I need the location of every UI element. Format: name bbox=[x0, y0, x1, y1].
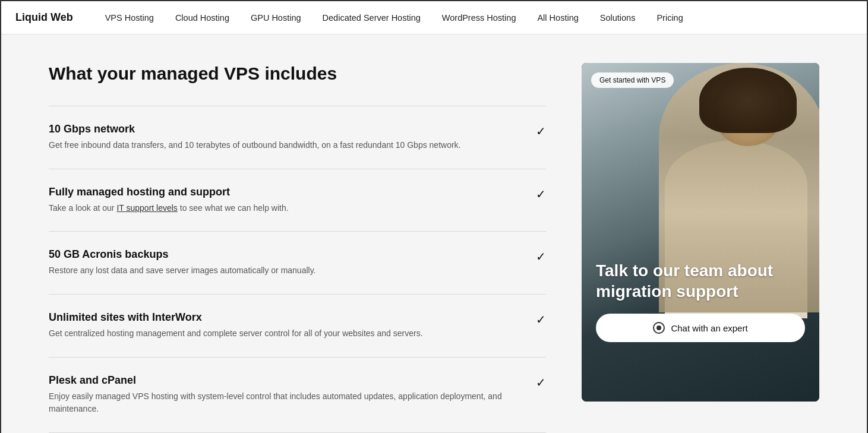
nav-link-gpu-hosting[interactable]: GPU Hosting bbox=[240, 1, 312, 34]
check-icon-backups: ✓ bbox=[536, 249, 546, 264]
feature-title-network: 10 Gbps network bbox=[49, 123, 512, 135]
nav-link-solutions[interactable]: Solutions bbox=[589, 1, 646, 34]
feature-title-plesk: Plesk and cPanel bbox=[49, 374, 512, 387]
feature-item-interworx: Unlimited sites with InterWorx Get centr… bbox=[49, 294, 546, 357]
feature-item-plesk: Plesk and cPanel Enjoy easily managed VP… bbox=[49, 357, 546, 433]
feature-text-interworx: Unlimited sites with InterWorx Get centr… bbox=[49, 311, 536, 340]
promo-headline: Talk to our team about migration support bbox=[596, 260, 805, 302]
nav-link-cloud-hosting[interactable]: Cloud Hosting bbox=[165, 1, 240, 34]
feature-title-backups: 50 GB Acronis backups bbox=[49, 248, 512, 261]
check-icon-network: ✓ bbox=[536, 124, 546, 138]
feature-desc-backups: Restore any lost data and save server im… bbox=[49, 264, 512, 277]
get-started-badge: Get started with VPS bbox=[591, 72, 674, 88]
feature-text-backups: 50 GB Acronis backups Restore any lost d… bbox=[49, 248, 536, 277]
promo-text-block: Talk to our team about migration support… bbox=[596, 260, 805, 342]
it-support-levels-link[interactable]: IT support levels bbox=[116, 203, 177, 213]
feature-title-interworx: Unlimited sites with InterWorx bbox=[49, 311, 512, 324]
site-logo[interactable]: Liquid Web bbox=[15, 11, 73, 24]
feature-item-network: 10 Gbps network Get free inbound data tr… bbox=[49, 106, 546, 169]
feature-text-network: 10 Gbps network Get free inbound data tr… bbox=[49, 123, 536, 152]
check-icon-plesk: ✓ bbox=[536, 375, 546, 390]
left-panel: What your managed VPS includes 10 Gbps n… bbox=[49, 63, 582, 433]
right-panel: Get started with VPS Talk to our team ab… bbox=[582, 63, 819, 433]
navigation: Liquid Web VPS Hosting Cloud Hosting GPU… bbox=[1, 1, 867, 34]
nav-link-dedicated-server-hosting[interactable]: Dedicated Server Hosting bbox=[312, 1, 431, 34]
feature-text-plesk: Plesk and cPanel Enjoy easily managed VP… bbox=[49, 374, 536, 416]
feature-title-managed: Fully managed hosting and support bbox=[49, 186, 512, 198]
chat-with-expert-button[interactable]: Chat with an expert bbox=[596, 314, 805, 342]
check-icon-interworx: ✓ bbox=[536, 312, 546, 327]
feature-item-managed: Fully managed hosting and support Take a… bbox=[49, 169, 546, 232]
chat-icon bbox=[653, 322, 665, 334]
nav-links: VPS Hosting Cloud Hosting GPU Hosting De… bbox=[94, 1, 853, 34]
nav-link-wordpress-hosting[interactable]: WordPress Hosting bbox=[431, 1, 527, 34]
main-content: What your managed VPS includes 10 Gbps n… bbox=[1, 34, 867, 433]
feature-item-backups: 50 GB Acronis backups Restore any lost d… bbox=[49, 231, 546, 294]
feature-list: 10 Gbps network Get free inbound data tr… bbox=[49, 106, 546, 433]
nav-link-pricing[interactable]: Pricing bbox=[646, 1, 693, 34]
nav-link-all-hosting[interactable]: All Hosting bbox=[526, 1, 589, 34]
nav-link-vps-hosting[interactable]: VPS Hosting bbox=[94, 1, 165, 34]
feature-desc-network: Get free inbound data transfers, and 10 … bbox=[49, 139, 512, 152]
person-hair bbox=[699, 68, 797, 133]
chat-button-label: Chat with an expert bbox=[671, 323, 747, 333]
feature-desc-interworx: Get centralized hosting management and c… bbox=[49, 327, 512, 340]
section-title: What your managed VPS includes bbox=[49, 63, 546, 84]
promo-card: Get started with VPS Talk to our team ab… bbox=[582, 63, 819, 402]
feature-text-managed: Fully managed hosting and support Take a… bbox=[49, 186, 536, 215]
feature-desc-managed: Take a look at our IT support levels to … bbox=[49, 202, 512, 215]
feature-desc-plesk: Enjoy easily managed VPS hosting with sy… bbox=[49, 390, 512, 416]
check-icon-managed: ✓ bbox=[536, 187, 546, 201]
